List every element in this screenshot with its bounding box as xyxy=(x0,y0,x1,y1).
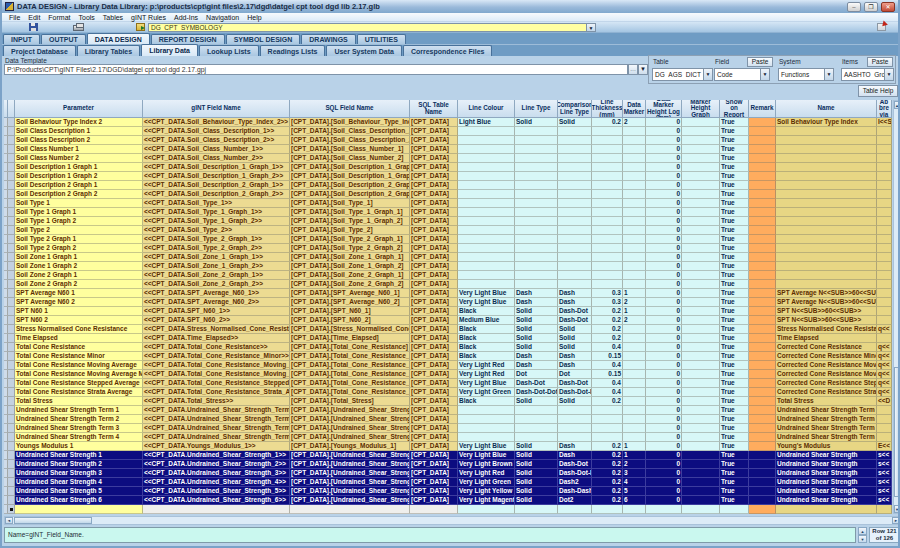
table-row[interactable]: SPT Average N60 1<<CPT_DATA.SPT_Average_… xyxy=(4,289,892,298)
cell-sql-table-name[interactable]: [CPT_DATA] xyxy=(410,262,458,271)
table-row[interactable]: Soil Class Description 1<<CPT_DATA.Soil_… xyxy=(4,127,892,136)
cell-comparison-line-type[interactable] xyxy=(558,253,592,262)
table-row[interactable]: Soil Class Number 2<<CPT_DATA.Soil_Class… xyxy=(4,154,892,163)
cell-abbreviation[interactable] xyxy=(877,127,892,136)
cell-line-type[interactable]: Solid xyxy=(515,469,558,478)
cell-gint-field-name[interactable]: <<CPT_DATA.Soil_Class_Description_1>> xyxy=(143,127,290,136)
cell-data-marker[interactable] xyxy=(623,163,646,172)
cell-line-type[interactable]: Dash-Dot xyxy=(515,379,558,388)
cell-remark[interactable] xyxy=(749,289,776,298)
cell-line-thickness[interactable] xyxy=(592,271,623,280)
column-header-data-marker-height-log[interactable]: Data Marker Height Log (mm) xyxy=(646,100,682,118)
cell-data-marker[interactable]: 4 xyxy=(623,478,646,487)
cell-data-marker-height-graph[interactable] xyxy=(682,190,720,199)
cell-line-type[interactable] xyxy=(515,424,558,433)
cell-sql-field-name[interactable]: [CPT_DATA].[Soil_Type_2_Graph_1] xyxy=(290,235,410,244)
cell-comparison-line-type[interactable] xyxy=(558,433,592,442)
cell-name[interactable] xyxy=(776,226,877,235)
table-row[interactable]: Soil Class Number 1<<CPT_DATA.Soil_Class… xyxy=(4,145,892,154)
cell-data-marker-height-graph[interactable] xyxy=(682,325,720,334)
cell-comparison-line-type[interactable] xyxy=(558,181,592,190)
cell-line-thickness[interactable]: 0.4 xyxy=(592,343,623,352)
cell-sql-table-name[interactable]: [CPT_DATA] xyxy=(410,154,458,163)
cell-remark[interactable] xyxy=(749,172,776,181)
cell-line-thickness[interactable] xyxy=(592,217,623,226)
cell-data-marker-height-log[interactable]: 0 xyxy=(646,451,682,460)
cell-gint-field-name[interactable]: <<CPT_DATA.Soil_Class_Number_1>> xyxy=(143,145,290,154)
cell-comparison-line-type[interactable]: Dash xyxy=(558,361,592,370)
cell-line-type[interactable]: Solid xyxy=(515,307,558,316)
tab-project-database[interactable]: Project Database xyxy=(3,45,76,56)
cell-abbreviation[interactable]: q<< xyxy=(877,325,892,334)
cell-remark[interactable] xyxy=(749,397,776,406)
cell-abbreviation[interactable]: s<< xyxy=(877,460,892,469)
cell-sql-table-name[interactable]: [CPT_DATA] xyxy=(410,469,458,478)
cell-show-on-report[interactable]: True xyxy=(720,244,749,253)
paste-field-icon[interactable] xyxy=(136,23,145,31)
cell-line-type[interactable] xyxy=(515,226,558,235)
cell-remark[interactable] xyxy=(749,145,776,154)
cell-gint-field-name[interactable]: <<CPT_DATA.Total_Cone_Resistance_Moving_… xyxy=(143,361,290,370)
cell-data-marker-height-graph[interactable] xyxy=(682,145,720,154)
cell-show-on-report[interactable]: True xyxy=(720,325,749,334)
chevron-down-icon[interactable]: ▼ xyxy=(760,69,769,80)
cell-remark[interactable] xyxy=(749,343,776,352)
table-row[interactable]: Undrained Shear Strength 3<<CPT_DATA.Und… xyxy=(4,469,892,478)
cell-line-thickness[interactable] xyxy=(592,136,623,145)
cell-row-marker[interactable] xyxy=(8,415,15,424)
cell-parameter[interactable]: Soil Description 1 Graph 1 xyxy=(15,163,143,172)
cell-name[interactable] xyxy=(776,172,877,181)
cell-line-type[interactable] xyxy=(515,208,558,217)
cell-data-marker[interactable]: 1 xyxy=(623,307,646,316)
cell-comparison-line-type[interactable] xyxy=(558,208,592,217)
cell-data-marker[interactable] xyxy=(623,190,646,199)
cell-name[interactable]: Corrected Cone Resistance xyxy=(776,343,877,352)
cell-abbreviation[interactable]: s<< xyxy=(877,496,892,505)
cell-gint-field-name[interactable]: <<CPT_DATA.Undrained_Shear_Strength_Term… xyxy=(143,424,290,433)
cell-data-marker-height-graph[interactable] xyxy=(682,307,720,316)
cell-parameter[interactable]: Soil Description 1 Graph 2 xyxy=(15,172,143,181)
cell-line-colour[interactable] xyxy=(458,199,515,208)
cell-line-colour[interactable] xyxy=(458,424,515,433)
cell-show-on-report[interactable]: True xyxy=(720,334,749,343)
cell-sql-field-name[interactable]: [CPT_DATA].[Soil_Type_1_Graph_1] xyxy=(290,208,410,217)
table-row[interactable]: Soil Description 1 Graph 2<<CPT_DATA.Soi… xyxy=(4,172,892,181)
table-row[interactable]: Total Cone Resistance Strata Average<<CP… xyxy=(4,388,892,397)
cell-show-on-report[interactable]: True xyxy=(720,208,749,217)
column-header-line-colour[interactable]: Line Colour xyxy=(458,100,515,118)
cell-show-on-report[interactable]: True xyxy=(720,226,749,235)
cell-comparison-line-type[interactable] xyxy=(558,226,592,235)
cell-line-colour[interactable]: Very Light Blue xyxy=(458,442,515,451)
cell-gint-field-name[interactable]: <<CPT_DATA.Soil_Type_1_Graph_1>> xyxy=(143,208,290,217)
table-row[interactable]: Total Cone Resistance Stepped Average<<C… xyxy=(4,379,892,388)
cell-row-marker[interactable] xyxy=(8,397,15,406)
cell-parameter[interactable]: Soil Class Description 2 xyxy=(15,136,143,145)
cell-sql-field-name[interactable]: [CPT_DATA].[Undrained_Shear_Strength_3] xyxy=(290,469,410,478)
cell-data-marker[interactable] xyxy=(623,235,646,244)
column-header-name[interactable]: Name xyxy=(776,100,877,118)
cell-data-marker[interactable]: 6 xyxy=(623,496,646,505)
cell-row-marker[interactable] xyxy=(8,343,15,352)
cell-data-marker-height-graph[interactable] xyxy=(682,271,720,280)
cell-data-marker[interactable] xyxy=(623,334,646,343)
cell-show-on-report[interactable]: True xyxy=(720,424,749,433)
cell-data-marker[interactable] xyxy=(623,361,646,370)
table-row[interactable]: Youngs Modulus 1<<CPT_DATA.Youngs_Modulu… xyxy=(4,442,892,451)
cell-name[interactable]: SPT N<<SUB>>60<<SUB>> xyxy=(776,316,877,325)
cell-sql-field-name[interactable]: [CPT_DATA].[Total_Cone_Resistance_Steppe… xyxy=(290,379,410,388)
paste-item-button[interactable]: Paste xyxy=(867,57,893,67)
cell-sql-table-name[interactable] xyxy=(410,505,458,514)
data-template-input[interactable]: P:\Products\CPT\gINT Files\2.17\DGD\datg… xyxy=(4,64,628,75)
table-row[interactable]: Undrained Shear Strength 5<<CPT_DATA.Und… xyxy=(4,487,892,496)
chevron-down-icon[interactable]: ▼ xyxy=(586,24,595,31)
cell-comparison-line-type[interactable]: Dash xyxy=(558,289,592,298)
cell-line-type[interactable]: Solid xyxy=(515,496,558,505)
cell-row-marker[interactable] xyxy=(8,280,15,289)
cell-sql-table-name[interactable]: [CPT_DATA] xyxy=(410,433,458,442)
cell-row-marker[interactable] xyxy=(8,325,15,334)
cell-line-colour[interactable] xyxy=(458,244,515,253)
cell-data-marker-height-log[interactable]: 0 xyxy=(646,388,682,397)
template-dropdown-button[interactable]: ▼ xyxy=(638,64,648,75)
cell-remark[interactable] xyxy=(749,136,776,145)
cell-data-marker[interactable] xyxy=(623,199,646,208)
